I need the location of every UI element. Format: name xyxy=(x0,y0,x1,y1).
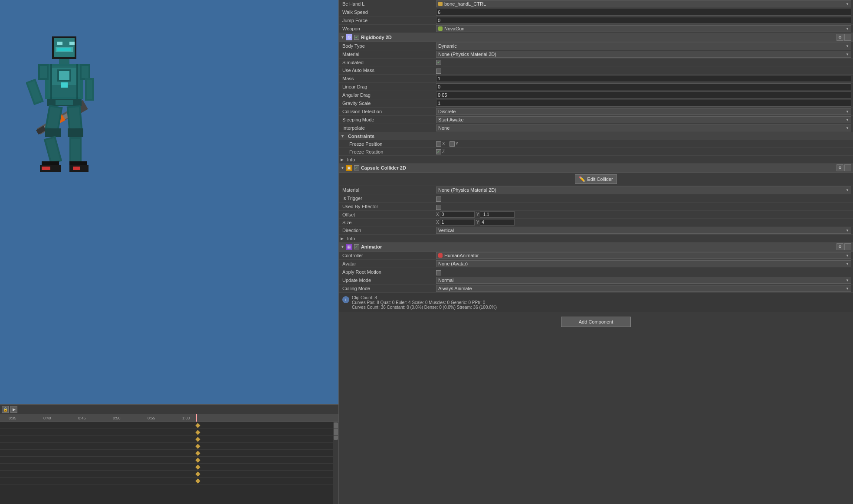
rigidbody2d-section-header[interactable]: ▼ ⚙ Rigidbody 2D ⚙ ⋮ xyxy=(339,33,853,42)
avatar-value[interactable]: None (Avatar) xyxy=(436,260,851,267)
avatar-row: Avatar None (Avatar) xyxy=(339,260,853,268)
timeline-toolbar[interactable]: 🔒 ▶ xyxy=(0,405,338,414)
gravity-scale-value[interactable] xyxy=(436,100,851,107)
simulated-label: Simulated xyxy=(341,60,436,65)
keyframe-diamond[interactable] xyxy=(195,458,200,462)
weapon-value[interactable]: NovaGun xyxy=(436,25,851,32)
keyframe-diamond[interactable] xyxy=(195,423,200,428)
linear-drag-input[interactable] xyxy=(436,83,851,90)
use-auto-mass-checkbox[interactable] xyxy=(436,69,441,74)
capsule-more-icon[interactable]: ⋮ xyxy=(844,164,851,171)
animator-more-icon[interactable]: ⋮ xyxy=(844,243,851,250)
freeze-rot-z-checkbox[interactable] xyxy=(436,149,441,154)
is-trigger-row: Is Trigger xyxy=(339,194,853,203)
collider-material-row: Material None (Physics Material 2D) xyxy=(339,186,853,194)
timeline-lock-icon[interactable]: 🔒 xyxy=(2,406,9,413)
keyframe-diamond[interactable] xyxy=(195,465,200,469)
collision-detection-label: Collision Detection xyxy=(341,109,436,114)
walk-speed-label: Walk Speed xyxy=(341,10,436,15)
angular-drag-value[interactable] xyxy=(436,92,851,98)
animator-arrow: ▼ xyxy=(341,245,344,249)
timeline-row-4 xyxy=(0,443,338,450)
gravity-scale-input[interactable] xyxy=(436,100,851,107)
is-trigger-checkbox[interactable] xyxy=(436,196,441,202)
sleeping-mode-value[interactable]: Start Awake xyxy=(436,116,851,123)
jump-force-input[interactable] xyxy=(436,17,851,24)
timeline-preview-icon[interactable]: ▶ xyxy=(10,406,17,413)
capsule-collider-section-header[interactable]: ▼ ▣ Capsule Collider 2D ⚙ ⋮ xyxy=(339,164,853,173)
culling-mode-value[interactable]: Always Animate xyxy=(436,285,851,292)
timeline-area: 🔒 ▶ 0:35 0:40 0:45 0:50 0:55 1:00 xyxy=(0,404,338,504)
jump-force-row: Jump Force xyxy=(339,16,853,25)
add-component-button[interactable]: Add Component xyxy=(561,317,631,327)
size-x-input[interactable] xyxy=(440,219,475,226)
apply-root-motion-value[interactable] xyxy=(436,268,851,275)
controller-value[interactable]: HumanAnimator xyxy=(436,252,851,259)
collider-info-arrow[interactable]: ▶ xyxy=(341,236,344,241)
capsule-settings-icon[interactable]: ⚙ xyxy=(837,164,843,171)
collision-detection-value[interactable]: Discrete xyxy=(436,108,851,115)
animator-section-header[interactable]: ▼ ▦ Animator ⚙ ⋮ xyxy=(339,242,853,252)
capsule-collider-enabled-checkbox[interactable] xyxy=(354,165,359,170)
rb-info-row: ▶ Info xyxy=(339,156,853,164)
rigidbody2d-enabled-checkbox[interactable] xyxy=(354,35,359,40)
body-type-value[interactable]: Dynamic xyxy=(436,43,851,49)
rigidbody-more-icon[interactable]: ⋮ xyxy=(844,34,851,41)
keyframe-diamond[interactable] xyxy=(195,451,200,455)
svg-rect-13 xyxy=(40,66,47,78)
angular-drag-input[interactable] xyxy=(436,92,851,98)
simulated-checkbox[interactable] xyxy=(436,60,441,65)
capsule-collider-title: Capsule Collider 2D xyxy=(361,165,406,170)
interpolate-value[interactable]: None xyxy=(436,124,851,131)
apply-root-motion-checkbox[interactable] xyxy=(436,270,441,275)
linear-drag-value[interactable] xyxy=(436,83,851,90)
sleeping-mode-row: Sleeping Mode Start Awake xyxy=(339,116,853,124)
timeline-row-5 xyxy=(0,450,338,457)
mass-value[interactable] xyxy=(436,75,851,82)
keyframe-diamond[interactable] xyxy=(195,437,200,442)
keyframe-diamond[interactable] xyxy=(195,444,200,448)
mass-row: Mass xyxy=(339,75,853,83)
edit-collider-button[interactable]: ✏️ Edit Collider xyxy=(575,174,617,184)
rb-info-arrow[interactable]: ▶ xyxy=(341,157,344,162)
used-by-effector-value[interactable] xyxy=(436,203,851,210)
collider-material-value[interactable]: None (Physics Material 2D) xyxy=(436,187,851,193)
walk-speed-value[interactable] xyxy=(436,9,851,16)
timeline-row-6 xyxy=(0,457,338,464)
simulated-value[interactable] xyxy=(436,59,851,65)
keyframe-diamond[interactable] xyxy=(195,430,200,435)
offset-x-input[interactable] xyxy=(440,211,475,218)
direction-text: Vertical xyxy=(438,228,454,233)
direction-row: Direction Vertical xyxy=(339,226,853,235)
update-mode-value[interactable]: Normal xyxy=(436,277,851,284)
is-trigger-value[interactable] xyxy=(436,195,851,202)
timeline-row-8 xyxy=(0,471,338,478)
size-y-input[interactable] xyxy=(480,219,515,226)
rigidbody-settings-icon[interactable]: ⚙ xyxy=(837,34,843,41)
constraints-arrow[interactable]: ▼ xyxy=(341,134,344,138)
direction-value[interactable]: Vertical xyxy=(436,227,851,234)
animator-info-line1: Clip Count: 8 xyxy=(352,295,497,300)
freeze-pos-x-checkbox[interactable] xyxy=(436,141,441,147)
playhead[interactable] xyxy=(196,414,197,422)
rb-material-label: Material xyxy=(341,52,436,57)
keyframe-diamond[interactable] xyxy=(195,478,200,483)
freeze-pos-y-checkbox[interactable] xyxy=(449,141,455,147)
bc-hand-l-value[interactable]: bone_handL_CTRL xyxy=(436,0,851,7)
jump-force-value[interactable] xyxy=(436,17,851,24)
mass-input[interactable] xyxy=(436,75,851,82)
keyframe-diamond[interactable] xyxy=(195,471,200,476)
size-y-label: Y xyxy=(476,220,479,225)
offset-y-input[interactable] xyxy=(480,211,515,218)
timeline-row-9 xyxy=(0,478,338,484)
animator-settings-icon[interactable]: ⚙ xyxy=(837,243,843,250)
capsule-collider-arrow: ▼ xyxy=(341,166,344,170)
timeline-ruler: 0:35 0:40 0:45 0:50 0:55 1:00 xyxy=(0,414,338,422)
timeline-content xyxy=(0,422,338,504)
animator-enabled-checkbox[interactable] xyxy=(354,244,359,249)
used-by-effector-checkbox[interactable] xyxy=(436,205,441,210)
size-x-label: X xyxy=(436,220,439,225)
use-auto-mass-value[interactable] xyxy=(436,67,851,74)
rb-material-value[interactable]: None (Physics Material 2D) xyxy=(436,51,851,58)
walk-speed-input[interactable] xyxy=(436,9,851,16)
